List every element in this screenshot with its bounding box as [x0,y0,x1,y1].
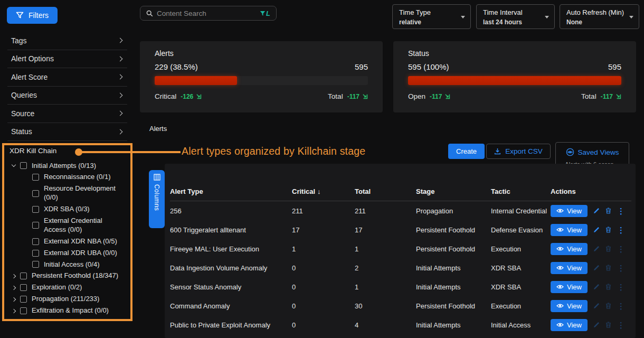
search-input[interactable] [157,10,256,17]
sidebar-filter-category[interactable]: Alert Score [7,68,127,87]
cell-critical: 0 [292,264,355,272]
columns-tab[interactable]: Columns [149,170,165,228]
killchain-tree-item[interactable]: Persistent Foothold (18/347) [12,270,131,282]
tree-checkbox[interactable] [20,273,27,279]
table-header-row: Alert Type Critical↓ Total Stage Tactic … [165,184,636,199]
view-button[interactable]: View [551,224,588,236]
killchain-tree-item[interactable]: External XDR NBA (0/5) [32,236,131,247]
auto-refresh-dropdown[interactable]: Auto Refresh (Min) None [560,4,639,29]
time-type-dropdown[interactable]: Time Type relative [392,4,471,29]
cell-critical: 17 [292,226,355,234]
killchain-tree-item[interactable]: Initial Access (0/4) [32,259,131,270]
create-button[interactable]: Create [448,144,485,159]
row-icon-group: ⋮ [593,321,625,329]
tree-checkbox[interactable] [20,307,27,314]
killchain-tree-item[interactable]: Exploration (0/2) [12,282,131,294]
tree-checkbox[interactable] [20,296,27,303]
kebab-menu-icon[interactable]: ⋮ [617,302,625,310]
sidebar-filter-category[interactable]: Source [7,105,127,123]
view-button[interactable]: View [551,281,588,293]
cell-total: 2 [355,264,416,272]
tree-expand-icon[interactable] [12,297,16,301]
edit-icon[interactable] [593,284,600,290]
tree-item-label: Initial Access (0/4) [44,260,100,269]
edit-icon[interactable] [593,303,600,309]
trend-down-icon [196,93,202,99]
tree-expand-icon[interactable] [12,274,16,278]
edit-icon[interactable] [593,246,600,252]
tree-checkbox[interactable] [20,284,27,291]
progress-bar-track [408,76,621,85]
killchain-tree-item[interactable]: External XDR UBA (0/0) [32,247,131,259]
sidebar-filter-category[interactable]: Status [7,123,127,142]
lucene-filter-icon[interactable]: L [260,10,270,17]
tree-expand-icon[interactable] [12,163,16,167]
tree-checkbox[interactable] [32,250,39,257]
tree-checkbox[interactable] [20,162,27,169]
header-total[interactable]: Total [355,187,416,195]
export-csv-button[interactable]: Export CSV [486,144,551,159]
cell-tactic: Execution [491,302,551,310]
kebab-menu-icon[interactable]: ⋮ [617,245,625,253]
tree-checkbox[interactable] [32,222,39,229]
sidebar-filter-category[interactable]: Alert Options [7,50,127,69]
tree-item-label: External XDR NBA (0/5) [44,237,117,246]
killchain-tree-item[interactable]: XDR SBA (0/3) [32,204,131,215]
trend-down-icon [444,93,450,99]
tree-checkbox[interactable] [32,174,39,181]
view-button[interactable]: View [551,243,588,255]
chevron-right-icon [118,92,123,98]
sidebar-filter-category[interactable]: Tags [7,32,127,50]
filters-button[interactable]: Filters [7,7,58,24]
delete-icon[interactable] [605,227,611,233]
card-footer-right: Total-117 [581,92,621,100]
header-critical[interactable]: Critical↓ [292,187,355,195]
edit-icon[interactable] [593,265,600,271]
tree-checkbox[interactable] [32,261,39,268]
tree-checkbox[interactable] [32,190,39,197]
delete-icon[interactable] [605,284,611,290]
view-button[interactable]: View [551,262,588,274]
killchain-tree-item[interactable]: Resource Development (0/0) [32,183,131,204]
tree-expand-icon[interactable] [12,308,16,313]
sidebar-filter-category[interactable]: Queries [7,87,127,105]
killchain-tree-item[interactable]: Exfiltration & Impact (0/0) [12,305,131,317]
delete-icon[interactable] [605,322,611,328]
tree-expand-icon[interactable] [12,285,16,289]
tree-item-label: Exploration (0/2) [32,283,82,292]
sidebar-item-label: Source [11,109,34,118]
killchain-tree-items: Initial Attempts (0/13) Reconnaissance (… [7,160,131,316]
delete-icon[interactable] [605,246,611,252]
delete-icon[interactable] [605,303,611,309]
row-icon-group: ⋮ [593,245,625,253]
edit-icon[interactable] [593,227,600,233]
view-button-label: View [567,283,582,291]
killchain-tree-item[interactable]: Reconnaissance (0/1) [32,172,131,183]
view-button[interactable]: View [551,300,588,312]
delete-icon[interactable] [605,265,611,271]
kebab-menu-icon[interactable]: ⋮ [617,226,625,234]
header-alert-type[interactable]: Alert Type [170,187,292,195]
chevron-right-icon [118,56,123,61]
tree-checkbox[interactable] [32,206,39,213]
killchain-tree-item[interactable]: External Credential Access (0/0) [32,215,131,236]
time-interval-dropdown[interactable]: Time Interval last 24 hours [476,4,555,29]
kebab-menu-icon[interactable]: ⋮ [617,264,625,272]
killchain-tree-item[interactable]: Propagation (211/233) [12,294,131,305]
header-stage[interactable]: Stage [416,187,491,195]
header-tactic[interactable]: Tactic [491,187,551,195]
edit-icon[interactable] [593,208,600,214]
kebab-menu-icon[interactable]: ⋮ [617,207,625,215]
kebab-menu-icon[interactable]: ⋮ [617,321,625,329]
table-row: Fireeye MAL: User Execution 1 1 Persiste… [165,239,636,258]
chevron-right-icon [118,38,123,43]
killchain-tree-item[interactable]: Initial Attempts (0/13) [12,160,131,172]
kebab-menu-icon[interactable]: ⋮ [617,283,625,291]
view-button[interactable]: View [551,205,588,217]
delete-icon[interactable] [605,208,611,214]
edit-icon[interactable] [593,322,600,328]
dropdown-label: Time Interval [483,8,542,16]
tree-checkbox[interactable] [32,238,39,245]
progress-bar-fill [408,76,621,85]
view-button[interactable]: View [551,319,588,331]
